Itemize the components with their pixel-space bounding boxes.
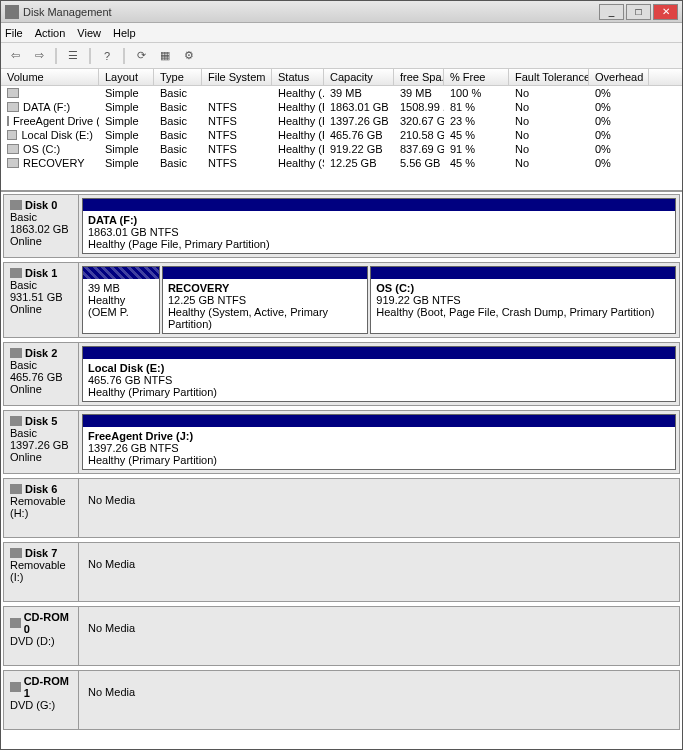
disk-info[interactable]: Disk 7Removable (I:) <box>4 543 79 601</box>
volume-row[interactable]: DATA (F:)SimpleBasicNTFSHealthy (P...186… <box>1 100 682 114</box>
disk-row[interactable]: CD-ROM 0DVD (D:)No Media <box>3 606 680 666</box>
disk-info[interactable]: Disk 1Basic931.51 GBOnline <box>4 263 79 337</box>
header-overhead[interactable]: Overhead <box>589 69 649 85</box>
rescan-button[interactable]: ▦ <box>155 46 175 66</box>
disk-size: 465.76 GB <box>10 371 72 383</box>
disk-status: Online <box>10 383 72 395</box>
header-percent[interactable]: % Free <box>444 69 509 85</box>
volume-capacity: 12.25 GB <box>324 156 394 170</box>
list-header[interactable]: Volume Layout Type File System Status Ca… <box>1 69 682 86</box>
close-button[interactable]: ✕ <box>653 4 678 20</box>
partition-size: 12.25 GB NTFS <box>168 294 362 306</box>
volume-overhead: 0% <box>589 128 649 142</box>
disk-icon <box>10 200 22 210</box>
menu-action[interactable]: Action <box>35 27 66 39</box>
disk-row[interactable]: Disk 0Basic1863.02 GBOnlineDATA (F:)1863… <box>3 194 680 258</box>
disk-icon <box>10 682 21 692</box>
disk-info[interactable]: CD-ROM 0DVD (D:) <box>4 607 79 665</box>
volume-row[interactable]: RECOVERYSimpleBasicNTFSHealthy (S...12.2… <box>1 156 682 170</box>
volume-row[interactable]: FreeAgent Drive (J:)SimpleBasicNTFSHealt… <box>1 114 682 128</box>
disk-type: Removable (I:) <box>10 559 72 583</box>
disk-info[interactable]: Disk 0Basic1863.02 GBOnline <box>4 195 79 257</box>
partition[interactable]: OS (C:)919.22 GB NTFSHealthy (Boot, Page… <box>370 266 676 334</box>
header-status[interactable]: Status <box>272 69 324 85</box>
volume-layout: Simple <box>99 100 154 114</box>
volume-row[interactable]: OS (C:)SimpleBasicNTFSHealthy (B...919.2… <box>1 142 682 156</box>
partition-header <box>83 415 675 427</box>
settings-button[interactable]: ⚙ <box>179 46 199 66</box>
partition-name: FreeAgent Drive (J:) <box>88 430 670 442</box>
disk-row[interactable]: CD-ROM 1DVD (G:)No Media <box>3 670 680 730</box>
app-icon <box>5 5 19 19</box>
volume-row[interactable]: SimpleBasicHealthy (...39 MB39 MB100 %No… <box>1 86 682 100</box>
partition[interactable]: 39 MBHealthy (OEM P. <box>82 266 160 334</box>
partition-header <box>83 347 675 359</box>
header-capacity[interactable]: Capacity <box>324 69 394 85</box>
back-button[interactable]: ⇦ <box>5 46 25 66</box>
disk-type: Basic <box>10 211 72 223</box>
volume-percent: 23 % <box>444 114 509 128</box>
volume-layout: Simple <box>99 114 154 128</box>
disk-info[interactable]: CD-ROM 1DVD (G:) <box>4 671 79 729</box>
volume-icon <box>7 116 9 126</box>
partition-area: 39 MBHealthy (OEM P.RECOVERY12.25 GB NTF… <box>79 263 679 337</box>
partition-area: No Media <box>79 543 679 601</box>
header-free[interactable]: free Spa... <box>394 69 444 85</box>
toolbar: ⇦ ⇨ ☰ ? ⟳ ▦ ⚙ <box>1 43 682 69</box>
disk-row[interactable]: Disk 6Removable (H:)No Media <box>3 478 680 538</box>
volume-fs: NTFS <box>202 114 272 128</box>
menu-help[interactable]: Help <box>113 27 136 39</box>
volume-layout: Simple <box>99 156 154 170</box>
refresh-button[interactable]: ⟳ <box>131 46 151 66</box>
minimize-button[interactable]: _ <box>599 4 624 20</box>
header-type[interactable]: Type <box>154 69 202 85</box>
disk-graph-view[interactable]: Disk 0Basic1863.02 GBOnlineDATA (F:)1863… <box>1 192 682 750</box>
menu-file[interactable]: File <box>5 27 23 39</box>
disk-info[interactable]: Disk 2Basic465.76 GBOnline <box>4 343 79 405</box>
partition-header <box>163 267 367 279</box>
partition[interactable]: Local Disk (E:)465.76 GB NTFSHealthy (Pr… <box>82 346 676 402</box>
partition-size: 39 MB <box>88 282 154 294</box>
partition-health: Healthy (Page File, Primary Partition) <box>88 238 670 250</box>
header-fault-tolerance[interactable]: Fault Tolerance <box>509 69 589 85</box>
disk-row[interactable]: Disk 7Removable (I:)No Media <box>3 542 680 602</box>
volume-status: Healthy (B... <box>272 142 324 156</box>
volume-capacity: 1863.01 GB <box>324 100 394 114</box>
disk-info[interactable]: Disk 5Basic1397.26 GBOnline <box>4 411 79 473</box>
volume-name: RECOVERY <box>23 157 85 169</box>
volume-fs: NTFS <box>202 128 272 142</box>
window-title: Disk Management <box>23 6 599 18</box>
disk-row[interactable]: Disk 2Basic465.76 GBOnlineLocal Disk (E:… <box>3 342 680 406</box>
disk-size: 1863.02 GB <box>10 223 72 235</box>
disk-row[interactable]: Disk 5Basic1397.26 GBOnlineFreeAgent Dri… <box>3 410 680 474</box>
disk-name: CD-ROM 1 <box>24 675 72 699</box>
forward-button[interactable]: ⇨ <box>29 46 49 66</box>
properties-button[interactable]: ☰ <box>63 46 83 66</box>
volume-ft: No <box>509 156 589 170</box>
volume-list[interactable]: Volume Layout Type File System Status Ca… <box>1 69 682 192</box>
separator <box>89 48 91 64</box>
header-volume[interactable]: Volume <box>1 69 99 85</box>
disk-row[interactable]: Disk 1Basic931.51 GBOnline39 MBHealthy (… <box>3 262 680 338</box>
partition-size: 1397.26 GB NTFS <box>88 442 670 454</box>
disk-name: CD-ROM 0 <box>24 611 72 635</box>
partition[interactable]: DATA (F:)1863.01 GB NTFSHealthy (Page Fi… <box>82 198 676 254</box>
volume-row[interactable]: Local Disk (E:)SimpleBasicNTFSHealthy (P… <box>1 128 682 142</box>
volume-layout: Simple <box>99 142 154 156</box>
header-layout[interactable]: Layout <box>99 69 154 85</box>
volume-percent: 45 % <box>444 128 509 142</box>
no-media-label: No Media <box>82 482 141 534</box>
titlebar[interactable]: Disk Management _ □ ✕ <box>1 1 682 23</box>
help-button[interactable]: ? <box>97 46 117 66</box>
separator <box>123 48 125 64</box>
no-media-label: No Media <box>82 674 141 726</box>
disk-info[interactable]: Disk 6Removable (H:) <box>4 479 79 537</box>
partition[interactable]: FreeAgent Drive (J:)1397.26 GB NTFSHealt… <box>82 414 676 470</box>
maximize-button[interactable]: □ <box>626 4 651 20</box>
partition[interactable]: RECOVERY12.25 GB NTFSHealthy (System, Ac… <box>162 266 368 334</box>
volume-free: 210.58 GB <box>394 128 444 142</box>
menu-view[interactable]: View <box>77 27 101 39</box>
header-filesystem[interactable]: File System <box>202 69 272 85</box>
no-media-label: No Media <box>82 546 141 598</box>
partition-health: Healthy (Primary Partition) <box>88 386 670 398</box>
